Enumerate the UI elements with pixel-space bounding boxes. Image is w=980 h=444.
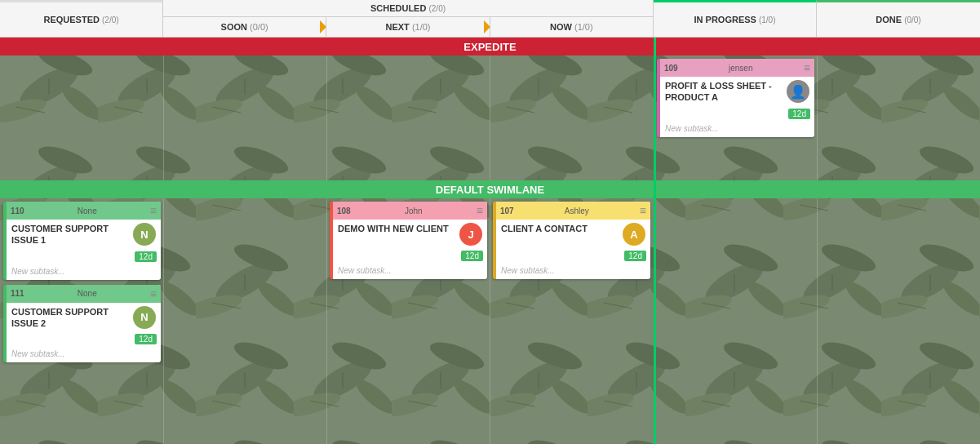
card-109-assignee: jensen [729,64,752,73]
card-109-days: 12d [788,109,810,119]
expedite-banner: EXPEDITE [0,38,980,56]
card-111-body: CUSTOMER SUPPORT ISSUE 2 N [7,303,161,333]
col-header-done: DONE (0/0) [817,0,980,37]
card-109-body: PROFIT & LOSS SHEET - PRODUCT A 👤 [660,77,814,107]
card-108-id: 108 [337,206,351,215]
card-107-id: 107 [500,206,514,215]
card-110-days: 12d [135,251,157,262]
card-109[interactable]: 109 jensen ≡ PROFIT & LOSS SHEET - PRODU… [657,59,814,137]
card-107-subtask[interactable]: New subtask... [496,264,650,279]
card-107-footer: 12d [496,249,650,264]
card-110-avatar: N [133,223,156,246]
card-108-assignee: John [405,206,423,215]
card-111[interactable]: 111 None ≡ CUSTOMER SUPPORT ISSUE 2 N 12… [3,285,161,363]
column-headers: REQUESTED (2/0) SCHEDULED (2/0) SOON (0/… [0,0,980,38]
default-banner: DEFAULT SWIMLANE [0,180,980,198]
card-108-body: DEMO WITH NEW CLIENT J [333,220,487,249]
default-next-col: 108 John ≡ DEMO WITH NEW CLIENT J 12d Ne… [330,202,487,284]
expedite-inprogress-col: 109 jensen ≡ PROFIT & LOSS SHEET - PRODU… [657,59,814,142]
swimlane-expedite: EXPEDITE 109 jensen ≡ PROFIT & LOSS SHEE… [0,38,980,180]
card-109-title: PROFIT & LOSS SHEET - PRODUCT A [665,80,783,104]
card-109-header: 109 jensen ≡ [660,59,814,77]
card-111-assignee: None [78,289,97,298]
card-108-footer: 12d [333,249,487,264]
col-header-scheduled-group: SCHEDULED (2/0) SOON (0/0) NEXT (1/0) NO… [163,0,654,37]
card-109-subtask[interactable]: New subtask... [660,122,814,137]
scheduled-sub-headers: SOON (0/0) NEXT (1/0) NOW (1/0) [163,17,653,37]
col-header-in-progress: IN PROGRESS (1/0) [654,0,817,37]
card-109-id: 109 [664,64,678,73]
flag-soon [320,20,326,33]
card-110[interactable]: 110 None ≡ CUSTOMER SUPPORT ISSUE 1 N 12… [3,202,161,280]
card-107-avatar: A [623,223,645,246]
col-label-scheduled: SCHEDULED (2/0) [163,0,653,17]
card-110-id: 110 [11,206,24,215]
board-body: EXPEDITE 109 jensen ≡ PROFIT & LOSS SHEE… [0,38,980,444]
col-header-next: NEXT (1/0) [326,17,490,37]
card-111-footer: 12d [7,332,161,347]
card-107-body: CLIENT A CONTACT A [496,220,650,249]
card-110-subtask[interactable]: New subtask... [7,264,161,280]
card-108-header: 108 John ≡ [333,202,487,220]
card-108-days: 12d [461,251,483,261]
card-111-subtask[interactable]: New subtask... [7,347,161,362]
default-now-col: 107 Ashley ≡ CLIENT A CONTACT A 12d New … [493,202,650,284]
card-107-days: 12d [624,251,646,261]
card-110-body: CUSTOMER SUPPORT ISSUE 1 N [7,220,161,250]
card-110-title: CUSTOMER SUPPORT ISSUE 1 [11,223,130,246]
card-111-days: 12d [135,334,157,344]
in-progress-border [654,38,656,444]
col-header-now: NOW (1/0) [490,17,653,37]
card-108[interactable]: 108 John ≡ DEMO WITH NEW CLIENT J 12d Ne… [330,202,487,279]
col-header-requested: REQUESTED (2/0) [0,0,163,37]
card-107-title: CLIENT A CONTACT [501,223,619,234]
card-110-footer: 12d [7,250,161,264]
card-108-title: DEMO WITH NEW CLIENT [338,223,456,234]
card-107-header: 107 Ashley ≡ [496,202,650,220]
card-111-header: 111 None ≡ [7,285,161,303]
card-109-menu[interactable]: ≡ [804,61,810,74]
card-111-title: CUSTOMER SUPPORT ISSUE 2 [11,306,130,330]
card-108-avatar: J [459,223,482,246]
col-label-done: DONE (0/0) [876,15,920,24]
card-107-assignee: Ashley [565,206,589,215]
card-107[interactable]: 107 Ashley ≡ CLIENT A CONTACT A 12d New … [493,202,650,279]
col-label-requested: REQUESTED (2/0) [43,15,118,24]
card-110-menu[interactable]: ≡ [150,204,157,217]
kanban-board: REQUESTED (2/0) SCHEDULED (2/0) SOON (0/… [0,0,980,444]
card-111-id: 111 [11,289,24,298]
swimlane-default: DEFAULT SWIMLANE 110 None ≡ CUSTOMER SUP… [0,180,980,444]
flag-next [484,20,490,33]
card-107-menu[interactable]: ≡ [640,204,646,217]
card-110-header: 110 None ≡ [7,202,161,220]
card-111-menu[interactable]: ≡ [150,287,157,300]
col-label-in-progress: IN PROGRESS (1/0) [694,15,775,24]
card-109-avatar: 👤 [787,80,809,103]
card-110-assignee: None [78,206,97,215]
card-109-footer: 12d [660,107,814,122]
card-108-subtask[interactable]: New subtask... [333,264,487,279]
card-111-avatar: N [133,306,156,329]
card-108-menu[interactable]: ≡ [477,204,483,217]
col-header-soon: SOON (0/0) [163,17,326,37]
default-requested-col: 110 None ≡ CUSTOMER SUPPORT ISSUE 1 N 12… [3,202,161,367]
